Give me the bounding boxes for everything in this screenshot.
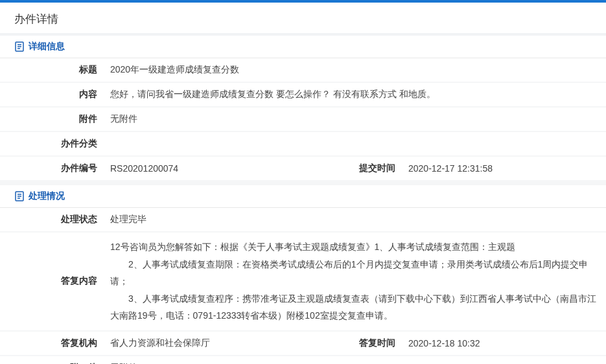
replytime-value: 2020-12-18 10:32 (402, 331, 606, 356)
title-value: 2020年一级建造师成绩复查分数 (104, 58, 606, 82)
title-label: 标题 (0, 58, 104, 82)
replyorg-value: 省人力资源和社会保障厅 (104, 331, 311, 356)
table-row: 内容 您好，请问我省一级建造师成绩复查分数 要怎么操作？ 有没有联系方式 和地质… (0, 82, 606, 107)
category-value (104, 131, 606, 156)
detail-section-title: 详细信息 (29, 41, 65, 52)
submittime-value: 2020-12-17 12:31:58 (402, 156, 606, 180)
table-row: 办件分类 (0, 131, 606, 156)
table-row: 附 件 无附件 (0, 356, 606, 364)
page-title: 办件详情 (14, 12, 592, 27)
page-header: 办件详情 (0, 3, 606, 36)
table-row: 附件 无附件 (0, 107, 606, 131)
process-panel: 处理情况 处理状态 处理完毕 答复内容 12号咨询员为您解答如下：根据《关于人事… (0, 185, 606, 364)
process-table: 处理状态 处理完毕 答复内容 12号咨询员为您解答如下：根据《关于人事考试主观题… (0, 208, 606, 364)
detail-panel-header: 详细信息 (0, 36, 606, 58)
process-attachment-label: 附 件 (0, 356, 104, 364)
process-attachment-value: 无附件 (104, 356, 606, 364)
status-label: 处理状态 (0, 208, 104, 232)
table-row: 标题 2020年一级建造师成绩复查分数 (0, 58, 606, 82)
submittime-label: 提交时间 (311, 156, 402, 180)
replycontent-label: 答复内容 (0, 232, 104, 331)
attachment-label: 附件 (0, 107, 104, 131)
replytime-label: 答复时间 (311, 331, 402, 356)
detail-table: 标题 2020年一级建造师成绩复查分数 内容 您好，请问我省一级建造师成绩复查分… (0, 58, 606, 180)
replycontent-value: 12号咨询员为您解答如下：根据《关于人事考试主观题成绩复查》1、人事考试成绩复查… (104, 232, 606, 331)
reply-paragraph: 3、人事考试成绩复查程序：携带准考证及主观题成绩复查表（请到下载中心下载）到江西… (110, 290, 600, 324)
reply-paragraph: 12号咨询员为您解答如下：根据《关于人事考试主观题成绩复查》1、人事考试成绩复查… (110, 238, 600, 256)
content-label: 内容 (0, 82, 104, 107)
table-row: 办件编号 RS20201200074 提交时间 2020-12-17 12:31… (0, 156, 606, 180)
process-section-title: 处理情况 (29, 190, 65, 202)
document-icon (14, 191, 25, 201)
detail-panel: 详细信息 标题 2020年一级建造师成绩复查分数 内容 您好，请问我省一级建造师… (0, 36, 606, 180)
attachment-value: 无附件 (104, 107, 606, 131)
caseno-label: 办件编号 (0, 156, 104, 180)
caseno-value: RS20201200074 (104, 156, 311, 180)
table-row: 答复机构 省人力资源和社会保障厅 答复时间 2020-12-18 10:32 (0, 331, 606, 356)
table-row: 处理状态 处理完毕 (0, 208, 606, 232)
status-value: 处理完毕 (104, 208, 606, 232)
reply-content-body: 12号咨询员为您解答如下：根据《关于人事考试主观题成绩复查》1、人事考试成绩复查… (110, 238, 600, 324)
category-label: 办件分类 (0, 131, 104, 156)
content-value: 您好，请问我省一级建造师成绩复查分数 要怎么操作？ 有没有联系方式 和地质。 (104, 82, 606, 107)
document-icon (14, 41, 25, 52)
replyorg-label: 答复机构 (0, 331, 104, 356)
reply-paragraph: 2、人事考试成绩复查期限：在资格类考试成绩公布后的1个月内提交复查申请；录用类考… (110, 256, 600, 290)
table-row: 答复内容 12号咨询员为您解答如下：根据《关于人事考试主观题成绩复查》1、人事考… (0, 232, 606, 331)
process-panel-header: 处理情况 (0, 185, 606, 208)
